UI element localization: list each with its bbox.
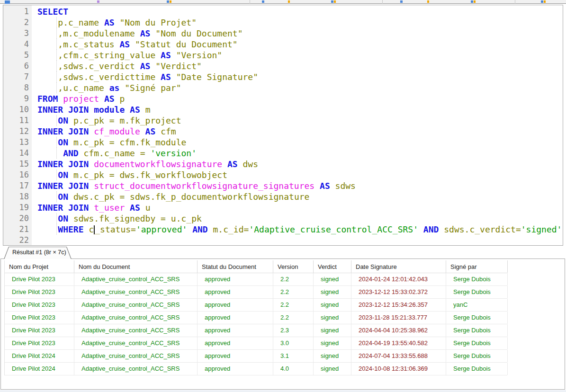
table-cell[interactable]: approved xyxy=(198,312,273,324)
result-tab-label[interactable]: Résultat #1 (8r × 7c) xyxy=(4,247,75,259)
code-line[interactable]: 14 AND cfm.c_name = 'version' xyxy=(3,148,563,159)
code-line[interactable]: 13 ON m.c_pk = cfm.fk_module xyxy=(3,137,563,148)
code-line[interactable]: 9FROM project AS p xyxy=(3,93,563,104)
table-cell[interactable]: 4.0 xyxy=(273,363,314,375)
table-cell[interactable]: Adaptive_cruise_control_ACC_SRS xyxy=(74,286,198,298)
table-cell[interactable]: Serge Dubois xyxy=(446,286,508,298)
column-header-verdict[interactable]: Verdict xyxy=(314,260,351,273)
table-row[interactable]: Drive Pilot 2023Adaptive_cruise_control_… xyxy=(5,312,507,324)
table-cell[interactable]: signed xyxy=(314,350,351,362)
table-cell[interactable]: signed xyxy=(314,363,351,375)
table-cell[interactable]: approved xyxy=(198,324,273,337)
result-tab[interactable]: Résultat #1 (8r × 7c) xyxy=(4,247,75,259)
table-cell[interactable]: Drive Pilot 2023 xyxy=(5,312,74,324)
clipped-toolbar-icon[interactable] xyxy=(471,0,473,3)
column-header-nom-du-document[interactable]: Nom du Document xyxy=(74,260,198,273)
clipped-toolbar-icon[interactable] xyxy=(167,0,169,3)
table-row[interactable]: Drive Pilot 2024Adaptive_cruise_control_… xyxy=(5,363,507,375)
table-cell[interactable]: approved xyxy=(198,299,273,311)
table-cell[interactable]: signed xyxy=(314,273,351,285)
code-line[interactable]: 18 ON dws.c_pk = sdws.fk_p_documentworkf… xyxy=(3,191,563,202)
code-line[interactable]: 19INNER JOIN t_user AS u xyxy=(3,202,563,213)
table-cell[interactable]: 2024-07-04 13:33:55.688 xyxy=(351,350,446,362)
sql-code[interactable]: 1SELECT2 p.c_name AS "Nom du Projet"3 ,m… xyxy=(3,6,563,246)
code-line[interactable]: 11 ON p.c_pk = m.fk_project xyxy=(3,115,563,126)
table-cell[interactable]: 2024-10-08 12:31:06.369 xyxy=(351,363,446,375)
code-line[interactable]: 12INNER JOIN cf_module AS cfm xyxy=(3,126,563,137)
code-line[interactable]: 5 ,cfm.c_string_value AS "Version" xyxy=(3,50,563,61)
table-cell[interactable]: Drive Pilot 2024 xyxy=(5,363,74,375)
column-header-statut-du-document[interactable]: Statut du Document xyxy=(198,260,273,273)
clipped-toolbar-icon[interactable] xyxy=(170,0,171,3)
table-cell[interactable]: approved xyxy=(198,273,273,285)
table-cell[interactable]: Drive Pilot 2023 xyxy=(5,286,74,298)
table-cell[interactable]: 2.2 xyxy=(273,286,314,298)
table-cell[interactable]: yanC xyxy=(446,299,508,311)
table-cell[interactable]: signed xyxy=(314,286,351,298)
table-cell[interactable]: Drive Pilot 2023 xyxy=(5,324,74,337)
code-line[interactable]: 17INNER JOIN struct_documentworkflowsign… xyxy=(3,180,563,191)
clipped-toolbar-icon[interactable] xyxy=(331,0,333,3)
table-cell[interactable]: Serge Dubois xyxy=(446,312,508,324)
clipped-toolbar-icon[interactable] xyxy=(427,0,429,3)
table-row[interactable]: Drive Pilot 2023Adaptive_cruise_control_… xyxy=(5,324,507,337)
table-cell[interactable]: Drive Pilot 2023 xyxy=(5,299,74,311)
column-header-nom-du-projet[interactable]: Nom du Projet xyxy=(5,260,74,273)
table-cell[interactable]: Adaptive_cruise_control_ACC_SRS xyxy=(74,312,198,324)
table-cell[interactable]: Adaptive_cruise_control_ACC_SRS xyxy=(74,324,198,337)
table-cell[interactable]: 2.2 xyxy=(273,299,314,311)
table-cell[interactable]: 2.2 xyxy=(273,312,314,324)
table-cell[interactable]: signed xyxy=(314,324,351,337)
table-cell[interactable]: Serge Dubois xyxy=(446,350,508,362)
table-cell[interactable]: Drive Pilot 2024 xyxy=(5,350,74,362)
clipped-toolbar-icon[interactable] xyxy=(334,0,336,3)
clipped-toolbar-icon[interactable] xyxy=(5,0,10,4)
table-cell[interactable]: Serge Dubois xyxy=(446,324,508,337)
table-row[interactable]: Drive Pilot 2023Adaptive_cruise_control_… xyxy=(5,337,507,350)
table-cell[interactable]: Adaptive_cruise_control_ACC_SRS xyxy=(74,350,198,362)
table-cell[interactable]: Serge Dubois xyxy=(446,363,508,375)
table-cell[interactable]: 3.0 xyxy=(273,337,314,349)
code-line[interactable]: 1SELECT xyxy=(3,6,563,17)
table-cell[interactable]: approved xyxy=(198,337,273,349)
table-cell[interactable]: signed xyxy=(314,312,351,324)
code-line[interactable]: 7 ,sdws.c_verdicttime AS "Date Signature… xyxy=(3,71,563,82)
table-cell[interactable]: 2.3 xyxy=(273,324,314,337)
table-row[interactable]: Drive Pilot 2023Adaptive_cruise_control_… xyxy=(5,299,507,312)
table-cell[interactable]: Adaptive_cruise_control_ACC_SRS xyxy=(74,337,198,349)
table-cell[interactable]: 2023-12-12 15:34:26.357 xyxy=(351,299,446,311)
table-cell[interactable]: Serge Dubois xyxy=(446,273,508,285)
code-line[interactable]: 21 WHERE c_status='approved' AND m.c_id=… xyxy=(3,224,563,235)
code-line[interactable]: 8 ,u.c_name as "Signé par" xyxy=(3,82,563,93)
table-cell[interactable]: Adaptive_cruise_control_ACC_SRS xyxy=(74,363,198,375)
table-cell[interactable]: 2024-04-04 10:25:38.962 xyxy=(351,324,446,337)
code-line[interactable]: 3 ,m.c_modulename AS "Nom du Document" xyxy=(3,28,563,39)
table-cell[interactable]: 2023-11-28 15:21:33.777 xyxy=(351,312,446,324)
code-line[interactable]: 20 ON sdws.fk_signedby = u.c_pk xyxy=(3,213,563,224)
results-grid[interactable]: Nom du ProjetNom du DocumentStatut du Do… xyxy=(4,260,507,375)
code-line[interactable]: 4 ,m.c_status AS "Statut du Document" xyxy=(3,39,563,50)
clipped-toolbar-icon[interactable] xyxy=(474,0,476,3)
table-row[interactable]: Drive Pilot 2023Adaptive_cruise_control_… xyxy=(5,286,507,299)
table-cell[interactable]: signed xyxy=(314,337,351,349)
clipped-toolbar-icon[interactable] xyxy=(262,0,264,3)
table-cell[interactable]: approved xyxy=(198,350,273,362)
clipped-toolbar-icon[interactable] xyxy=(288,0,290,3)
table-cell[interactable]: 2024-01-24 12:01:42.043 xyxy=(351,273,446,285)
code-line[interactable]: 6 ,sdws.c_verdict AS "Verdict" xyxy=(3,61,563,71)
table-cell[interactable]: 2.2 xyxy=(273,273,314,285)
table-cell[interactable]: Drive Pilot 2023 xyxy=(5,273,74,285)
code-line[interactable]: 15INNER JOIN documentworkflowsignature A… xyxy=(3,159,563,169)
table-cell[interactable]: Serge Dubois xyxy=(446,337,508,349)
code-line[interactable]: 10INNER JOIN module AS m xyxy=(3,104,563,115)
table-cell[interactable]: approved xyxy=(198,363,273,375)
table-cell[interactable]: Adaptive_cruise_control_ACC_SRS xyxy=(74,299,198,311)
code-line[interactable]: 22 xyxy=(3,235,563,246)
table-row[interactable]: Drive Pilot 2023Adaptive_cruise_control_… xyxy=(5,273,507,286)
column-header-date-signature[interactable]: Date Signature xyxy=(351,260,446,273)
table-cell[interactable]: signed xyxy=(314,299,351,311)
table-cell[interactable]: Drive Pilot 2023 xyxy=(5,337,74,349)
clipped-toolbar-icon[interactable] xyxy=(97,0,99,3)
table-cell[interactable]: 2023-12-12 15:33:02.372 xyxy=(351,286,446,298)
table-cell[interactable]: 2024-04-19 13:55:40.582 xyxy=(351,337,446,349)
